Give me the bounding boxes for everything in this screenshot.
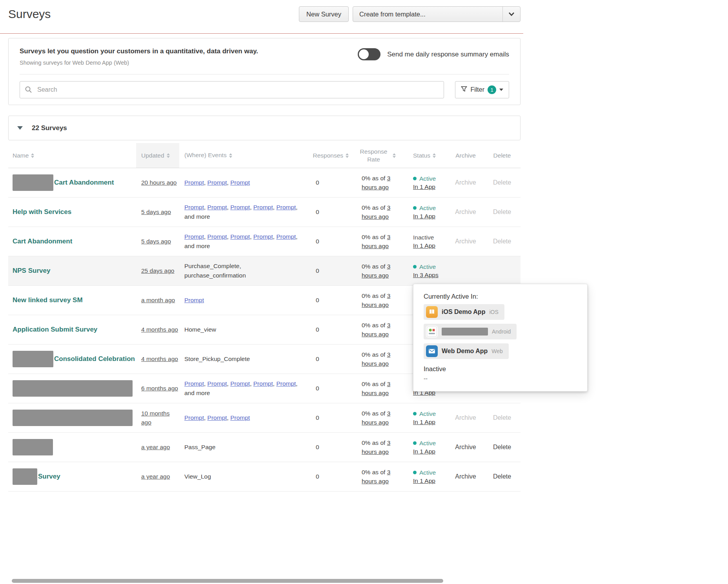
- status-line: Active: [413, 440, 446, 447]
- column-header-name[interactable]: Name: [8, 143, 136, 168]
- event-prompt-link[interactable]: Prompt: [253, 204, 273, 210]
- event-prompt-link[interactable]: Prompt: [207, 233, 227, 240]
- sort-icon[interactable]: [393, 153, 396, 158]
- status-cell: ActiveIn 1 App: [401, 469, 446, 484]
- column-header-updated[interactable]: Updated: [136, 143, 179, 168]
- active-app-item: Web Demo AppWeb: [424, 343, 509, 359]
- event-prompt-link[interactable]: Prompt: [230, 179, 250, 186]
- updated-cell: a month ago: [136, 296, 179, 305]
- chevron-down-icon[interactable]: [503, 12, 520, 16]
- updated-cell: 25 days ago: [136, 266, 179, 275]
- sort-icon[interactable]: [346, 153, 349, 158]
- event-prompt-link[interactable]: Prompt: [184, 414, 204, 421]
- event-prompt-link[interactable]: Prompt: [207, 204, 227, 210]
- event-prompt-link[interactable]: Prompt: [253, 380, 273, 387]
- event-prompt-link[interactable]: Prompt: [230, 414, 250, 421]
- column-header-delete: Delete: [485, 143, 519, 168]
- search-input[interactable]: [20, 81, 444, 98]
- popover-inactive-label: Inactive: [424, 365, 577, 373]
- new-survey-button[interactable]: New Survey: [299, 6, 349, 22]
- event-prompt-link[interactable]: Prompt: [184, 297, 204, 303]
- status-apps-link[interactable]: In 1 App: [413, 242, 435, 249]
- sort-icon[interactable]: [167, 153, 170, 158]
- sort-icon[interactable]: [31, 153, 34, 158]
- survey-name-link[interactable]: Help with Services: [13, 208, 71, 216]
- delete-cell: Delete: [485, 444, 519, 451]
- column-header-events[interactable]: (Where) Events: [179, 143, 309, 168]
- delete-link[interactable]: Delete: [493, 238, 511, 245]
- event-prompt-link[interactable]: Prompt: [276, 380, 296, 387]
- column-header-label: Archive: [455, 152, 476, 159]
- collapse-caret-icon[interactable]: [17, 126, 23, 130]
- events-cell: Home_view: [179, 325, 309, 334]
- archive-link[interactable]: Archive: [455, 444, 476, 450]
- status-apps-link[interactable]: In 1 App: [413, 213, 435, 219]
- archive-link[interactable]: Archive: [455, 209, 476, 215]
- event-prompt-link[interactable]: Prompt: [207, 414, 227, 421]
- column-header-responses[interactable]: Responses: [309, 143, 352, 168]
- status-apps-link[interactable]: In 1 App: [413, 477, 435, 484]
- toggle-knob: [359, 49, 369, 59]
- create-from-template-dropdown[interactable]: Create from template...: [353, 6, 521, 22]
- archive-link[interactable]: Archive: [455, 414, 476, 421]
- event-prompt-link[interactable]: Prompt: [184, 233, 204, 240]
- response-rate-cell: 0% as of 3 hours ago: [352, 468, 401, 486]
- event-prompt-link[interactable]: Prompt: [276, 233, 296, 240]
- surveys-count-bar[interactable]: 22 Surveys: [8, 116, 521, 140]
- status-apps-link[interactable]: In 1 App: [413, 183, 435, 190]
- survey-name-link[interactable]: Cart Abandonment: [54, 179, 114, 187]
- intro-subtext: Showing surveys for Web Demo App (Web): [20, 60, 258, 66]
- survey-name-link[interactable]: Consolidated Celebration: [54, 355, 135, 363]
- event-prompt-link[interactable]: Prompt: [184, 380, 204, 387]
- active-dot-icon: [413, 206, 417, 210]
- delete-link[interactable]: Delete: [493, 209, 511, 215]
- survey-name-link[interactable]: New linked survey SM: [13, 296, 83, 304]
- event-prompt-link[interactable]: Prompt: [207, 179, 227, 186]
- updated-value: 10 months ago: [141, 410, 169, 426]
- bottom-partial-redacted-row: [12, 579, 443, 583]
- updated-value: 4 months ago: [141, 355, 178, 362]
- delete-link[interactable]: Delete: [493, 473, 511, 480]
- delete-link[interactable]: Delete: [493, 179, 511, 186]
- archive-link[interactable]: Archive: [455, 238, 476, 245]
- updated-cell: 6 months ago: [136, 384, 179, 393]
- filter-button[interactable]: Filter 1: [455, 81, 509, 98]
- search-icon: [25, 86, 33, 95]
- archive-link[interactable]: Archive: [455, 473, 476, 480]
- rate-time-link: 3 hours ago: [362, 234, 390, 249]
- survey-name-link[interactable]: Survey: [38, 473, 60, 481]
- archive-link[interactable]: Archive: [455, 179, 476, 186]
- event-prompt-link[interactable]: Prompt: [276, 204, 296, 210]
- app-name-label: iOS Demo App: [442, 308, 485, 316]
- responses-cell: 0: [309, 414, 352, 421]
- updated-cell: 5 days ago: [136, 207, 179, 216]
- status-line: Active: [413, 175, 446, 182]
- app-platform-label: Web: [491, 348, 503, 354]
- survey-name-link[interactable]: NPS Survey: [13, 267, 50, 275]
- status-apps-link[interactable]: In 3 Apps: [413, 272, 439, 278]
- survey-name-link[interactable]: Application Submit Survey: [13, 326, 97, 334]
- event-prompt-link[interactable]: Prompt: [230, 380, 250, 387]
- status-apps-link[interactable]: In 1 App: [413, 448, 435, 455]
- survey-name-link[interactable]: Cart Abandonment: [13, 238, 72, 245]
- event-prompt-link[interactable]: Prompt: [184, 179, 204, 186]
- event-prompt-link[interactable]: Prompt: [230, 233, 250, 240]
- event-prompt-link[interactable]: Prompt: [253, 233, 273, 240]
- status-apps-link[interactable]: In 1 App: [413, 419, 435, 425]
- event-prompt-link[interactable]: Prompt: [184, 204, 204, 210]
- daily-summary-toggle[interactable]: [358, 48, 380, 60]
- redacted-box: [13, 468, 37, 485]
- status-cell: InactiveIn 1 App: [401, 234, 446, 249]
- column-header-response-rate[interactable]: Response Rate: [352, 143, 401, 168]
- delete-link[interactable]: Delete: [493, 414, 511, 421]
- event-prompt-link[interactable]: Prompt: [230, 204, 250, 210]
- status-label: Active: [419, 410, 436, 417]
- sort-icon[interactable]: [433, 153, 436, 158]
- column-header-status[interactable]: Status: [401, 143, 446, 168]
- delete-link[interactable]: Delete: [493, 444, 511, 450]
- event-prompt-link[interactable]: Prompt: [207, 380, 227, 387]
- status-cell: ActiveIn 1 App: [401, 205, 446, 220]
- rate-time-link: 3 hours ago: [362, 351, 390, 367]
- response-rate-cell: 0% as of 3 hours ago: [352, 203, 401, 221]
- sort-icon[interactable]: [229, 153, 232, 158]
